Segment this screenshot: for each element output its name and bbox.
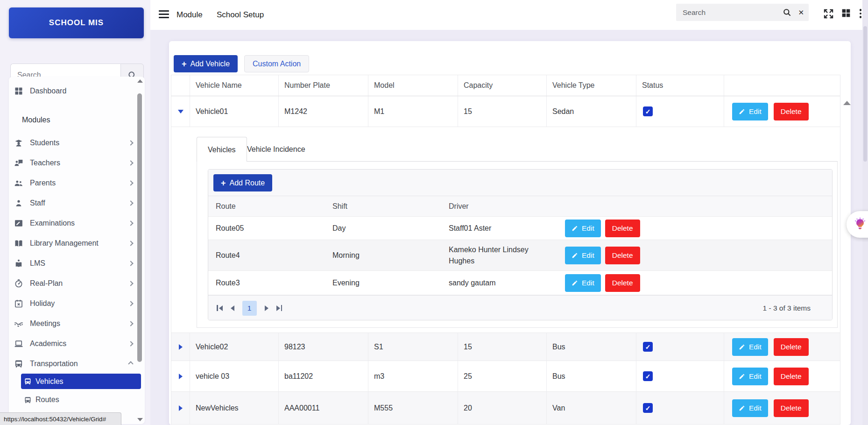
button-label: Delete — [612, 279, 633, 287]
nav-school-setup[interactable]: School Setup — [217, 0, 264, 30]
column-header[interactable]: Driver — [441, 196, 557, 216]
pager-next-button[interactable] — [265, 305, 268, 311]
tab-content: + Add Route Route Shift Driver Route05 — [197, 161, 838, 328]
pager-summary: 1 - 3 of 3 items — [762, 304, 811, 312]
button-label: Edit — [749, 107, 762, 116]
column-header[interactable]: Model — [368, 75, 458, 96]
sidebar-item-dashboard[interactable]: Dashboard — [9, 82, 145, 100]
scroll-down-icon[interactable] — [137, 418, 143, 421]
fullscreen-icon[interactable] — [823, 8, 834, 19]
cell-capacity: 20 — [458, 392, 547, 424]
collapse-row-icon[interactable] — [178, 110, 183, 113]
status-checkbox[interactable]: ✓ — [643, 403, 653, 413]
cell-model: S1 — [368, 333, 458, 361]
edit-button[interactable]: Edit — [732, 103, 768, 120]
edit-button[interactable]: Edit — [732, 368, 768, 385]
cell-number-plate: AAA00011 — [279, 392, 368, 424]
column-header[interactable]: Vehicle Type — [547, 75, 636, 96]
cell-vehicle-name: NewVehicles — [190, 392, 279, 424]
edit-button[interactable]: Edit — [732, 399, 768, 417]
status-checkbox[interactable]: ✓ — [643, 106, 653, 116]
expand-row-icon[interactable] — [179, 344, 183, 350]
column-header[interactable]: Status — [636, 75, 724, 96]
sidebar-item-holiday[interactable]: Holiday — [9, 293, 145, 313]
sidebar-item-label: Parents — [30, 179, 56, 187]
column-header[interactable]: Vehicle Name — [190, 75, 279, 96]
sidebar-item-transportation[interactable]: Transportation — [9, 354, 145, 374]
sidebar-item-library[interactable]: Library Management — [9, 233, 145, 253]
sidebar-item-staff[interactable]: Staff — [9, 193, 145, 213]
lms-icon — [14, 259, 23, 268]
button-label: Delete — [781, 107, 802, 116]
button-label: Edit — [582, 279, 594, 287]
sidebar-item-students[interactable]: Students — [9, 133, 145, 153]
sidebar-item-lms[interactable]: LMS — [9, 253, 145, 273]
nav-module[interactable]: Module — [176, 0, 203, 30]
bus-icon — [24, 396, 32, 404]
custom-action-button[interactable]: Custom Action — [244, 55, 309, 72]
status-checkbox[interactable]: ✓ — [643, 371, 653, 381]
edit-button[interactable]: Edit — [565, 274, 601, 292]
pager-prev-button[interactable] — [231, 305, 234, 311]
sidebar-item-examinations[interactable]: Examinations — [9, 213, 145, 233]
sidebar-item-label: Holiday — [30, 299, 55, 308]
kebab-menu-icon[interactable] — [860, 7, 862, 20]
cell-model: M1 — [368, 96, 458, 127]
column-header[interactable]: Number Plate — [279, 75, 368, 96]
edit-button[interactable]: Edit — [565, 220, 601, 237]
clear-search-icon[interactable]: ✕ — [798, 8, 804, 17]
cell-capacity: 25 — [458, 361, 547, 391]
edit-button[interactable]: Edit — [732, 338, 768, 356]
grid-scroll-up-icon[interactable] — [843, 101, 851, 105]
sidebar-item-teachers[interactable]: Teachers — [9, 153, 145, 173]
expand-row-icon[interactable] — [179, 374, 183, 379]
scroll-up-icon[interactable] — [137, 79, 143, 83]
content-card: + Add Vehicle Custom Action Vehicle Name… — [169, 41, 851, 425]
edit-button[interactable]: Edit — [565, 247, 601, 264]
table-row: NewVehicles AAA00011 M555 20 Van ✓ Edit … — [171, 392, 840, 425]
delete-button[interactable]: Delete — [605, 220, 640, 237]
delete-button[interactable]: Delete — [774, 103, 809, 120]
button-label: Delete — [781, 404, 802, 412]
sidebar-item-label: Examinations — [30, 219, 75, 227]
delete-button[interactable]: Delete — [774, 399, 809, 417]
scrollbar-thumb[interactable] — [137, 93, 142, 362]
sidebar-item-routes[interactable]: Routes — [21, 391, 145, 409]
sidebar-item-parents[interactable]: Parents — [9, 173, 145, 193]
sidebar-item-vehicles[interactable]: Vehicles — [21, 374, 141, 389]
grid-view-icon[interactable] — [841, 8, 851, 18]
tab-vehicles[interactable]: Vehicles — [197, 137, 247, 162]
hamburger-menu-icon[interactable] — [159, 10, 169, 20]
column-header[interactable]: Capacity — [458, 75, 547, 96]
status-url-bar: https://localhost:50432/Vehicle/Grid# — [0, 412, 121, 425]
delete-button[interactable]: Delete — [605, 274, 640, 292]
dashboard-icon — [14, 86, 23, 96]
pager-page-1[interactable]: 1 — [242, 301, 257, 316]
scrollbar-thumb[interactable] — [863, 26, 867, 162]
sidebar-item-meetings[interactable]: Meetings — [9, 313, 145, 333]
search-icon[interactable] — [783, 8, 791, 17]
expand-row-icon[interactable] — [179, 405, 183, 411]
delete-button[interactable]: Delete — [774, 368, 809, 385]
cell-number-plate: 98123 — [279, 333, 368, 361]
sidebar-item-realplan[interactable]: Real-Plan — [9, 273, 145, 293]
grid-header-row: Vehicle Name Number Plate Model Capacity… — [171, 75, 840, 96]
tab-vehicle-incidence[interactable]: Vehicle Incidence — [247, 137, 305, 162]
add-vehicle-button[interactable]: + Add Vehicle — [174, 55, 238, 72]
status-checkbox[interactable]: ✓ — [643, 342, 653, 352]
app-logo: SCHOOL MIS — [9, 7, 144, 38]
table-row: vehicle 03 ba11202 m3 25 Bus ✓ Edit Dele… — [171, 361, 840, 392]
cell-route: Route05 — [208, 217, 325, 240]
column-header[interactable]: Shift — [325, 196, 441, 216]
add-route-button[interactable]: + Add Route — [213, 174, 272, 191]
sidebar-item-academics[interactable]: Academics — [9, 333, 145, 354]
column-header[interactable]: Route — [208, 196, 325, 216]
pager-last-button[interactable] — [276, 305, 282, 311]
bus-icon — [24, 377, 32, 385]
delete-button[interactable]: Delete — [774, 338, 809, 356]
delete-button[interactable]: Delete — [605, 247, 640, 264]
pager-first-button[interactable] — [217, 305, 223, 311]
sidebar-scrollbar[interactable] — [136, 78, 143, 422]
topbar-search-input[interactable] — [683, 8, 783, 17]
book-open-icon — [14, 239, 23, 248]
